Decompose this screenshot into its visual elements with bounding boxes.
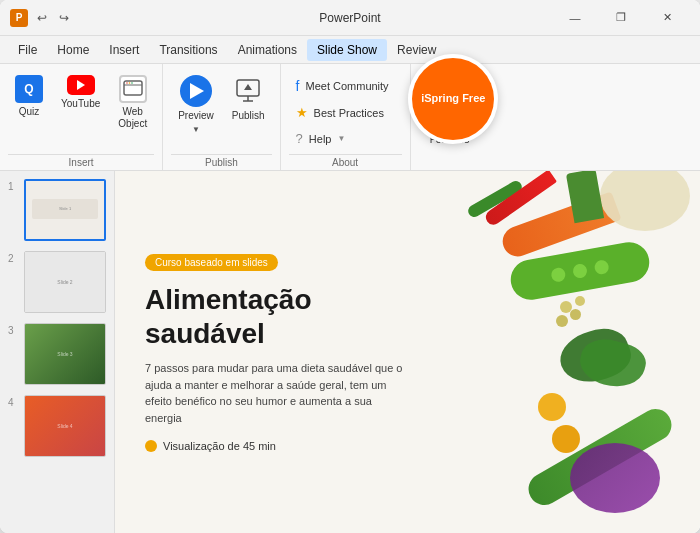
svg-point-4 [131, 82, 133, 84]
ispring-label: iSpring Free [421, 92, 485, 105]
minimize-button[interactable]: — [552, 0, 598, 36]
web-object-label: WebObject [118, 106, 147, 130]
ispring-badge: iSpring Free [408, 54, 498, 144]
slide-thumb-1[interactable]: 1 Slide 1 [6, 177, 108, 243]
slide-title: Alimentação saudável [145, 283, 408, 350]
svg-point-3 [128, 82, 130, 84]
publish-button[interactable]: Publish [225, 70, 272, 127]
time-dot-icon [145, 440, 157, 452]
slide-panel: 1 Slide 1 2 Slide 2 [0, 171, 115, 533]
veg-decoration-area [408, 171, 701, 533]
best-practices-label: Best Practices [314, 107, 384, 119]
restore-button[interactable]: ❐ [598, 0, 644, 36]
slide-img-3: Slide 3 [24, 323, 106, 385]
slide-view: Curso baseado em slides Alimentação saud… [115, 171, 700, 533]
quiz-icon: Q [15, 75, 43, 103]
slide-thumb-4[interactable]: 4 Slide 4 [6, 393, 108, 459]
svg-point-2 [126, 82, 128, 84]
menu-file[interactable]: File [8, 39, 47, 61]
time-label: Visualização de 45 min [163, 440, 276, 452]
close-button[interactable]: ✕ [644, 0, 690, 36]
preview-label: Preview [178, 110, 214, 122]
slide-text-area: Curso baseado em slides Alimentação saud… [145, 252, 408, 452]
ribbon-group-get-more: + Get MoreFeatures iSpring Free [411, 64, 489, 170]
redo-button[interactable]: ↪ [56, 10, 72, 26]
youtube-icon [67, 75, 95, 95]
slide-img-2: Slide 2 [24, 251, 106, 313]
slide-num-4: 4 [8, 397, 20, 408]
menu-home[interactable]: Home [47, 39, 99, 61]
window-buttons: — ❐ ✕ [552, 0, 690, 36]
cauliflower-area [600, 171, 700, 241]
ispring-inner: iSpring Free [412, 58, 494, 140]
menu-animations[interactable]: Animations [228, 39, 307, 61]
help-dropdown-arrow: ▼ [337, 134, 345, 143]
application-window: P ↩ ↪ PowerPoint — ❐ ✕ File Home Insert … [0, 0, 700, 533]
help-icon: ? [296, 131, 303, 146]
slide-thumb-2[interactable]: 2 Slide 2 [6, 249, 108, 315]
web-object-icon [119, 75, 147, 103]
quiz-button[interactable]: Q Quiz [8, 70, 50, 123]
youtube-label: YouTube [61, 98, 100, 110]
publish-items: Preview ▼ Publish [171, 70, 271, 150]
slide-description: 7 passos para mudar para uma dieta saudá… [145, 360, 408, 426]
menu-bar: File Home Insert Transitions Animations … [0, 36, 700, 64]
title-bar-controls: P ↩ ↪ [10, 9, 72, 27]
slide-num-2: 2 [8, 253, 20, 264]
publish-icon [232, 75, 264, 107]
quiz-label: Quiz [19, 106, 40, 118]
window-title: PowerPoint [319, 11, 380, 25]
youtube-button[interactable]: YouTube [54, 70, 107, 115]
menu-slideshow[interactable]: Slide Show [307, 39, 387, 61]
menu-transitions[interactable]: Transitions [149, 39, 227, 61]
publish-label: Publish [232, 110, 265, 122]
window-icon: P [10, 9, 28, 27]
insert-group-label: Insert [8, 154, 154, 168]
spinach-area [560, 331, 640, 391]
svg-marker-8 [244, 84, 252, 90]
slide-time: Visualização de 45 min [145, 440, 408, 452]
about-group-label: About [289, 154, 402, 168]
ribbon-group-publish: Preview ▼ Publish Publish [163, 64, 280, 170]
main-area: 1 Slide 1 2 Slide 2 [0, 171, 700, 533]
ribbon-group-insert: Q Quiz YouTube WebObject Insert [0, 64, 163, 170]
preview-dropdown-arrow: ▼ [192, 125, 200, 134]
slide-img-4: Slide 4 [24, 395, 106, 457]
meet-community-button[interactable]: f Meet Community [289, 74, 402, 98]
preview-button[interactable]: Preview ▼ [171, 70, 221, 139]
help-button[interactable]: ? Help ▼ [289, 127, 402, 150]
best-practices-button[interactable]: ★ Best Practices [289, 101, 402, 124]
slide-thumb-3[interactable]: 3 Slide 3 [6, 321, 108, 387]
tomato-area [538, 393, 580, 453]
title-bar: P ↩ ↪ PowerPoint — ❐ ✕ [0, 0, 700, 36]
star-icon: ★ [296, 105, 308, 120]
facebook-icon: f [296, 78, 300, 94]
insert-items: Q Quiz YouTube WebObject [8, 70, 154, 150]
slide-img-1: Slide 1 [24, 179, 106, 241]
course-badge: Curso baseado em slides [145, 254, 278, 271]
ribbon-group-about: f Meet Community ★ Best Practices ? Help… [281, 64, 411, 170]
slide-content: Curso baseado em slides Alimentação saud… [115, 171, 700, 533]
web-object-button[interactable]: WebObject [111, 70, 154, 135]
preview-icon [180, 75, 212, 107]
undo-button[interactable]: ↩ [34, 10, 50, 26]
help-label: Help [309, 133, 332, 145]
meet-community-label: Meet Community [305, 80, 388, 92]
ribbon: Q Quiz YouTube WebObject Insert [0, 64, 700, 171]
publish-group-label: Publish [171, 154, 271, 168]
slide-num-1: 1 [8, 181, 20, 192]
slide-num-3: 3 [8, 325, 20, 336]
menu-insert[interactable]: Insert [99, 39, 149, 61]
about-items: f Meet Community ★ Best Practices ? Help… [289, 70, 402, 150]
cabbage-decoration [570, 443, 660, 513]
